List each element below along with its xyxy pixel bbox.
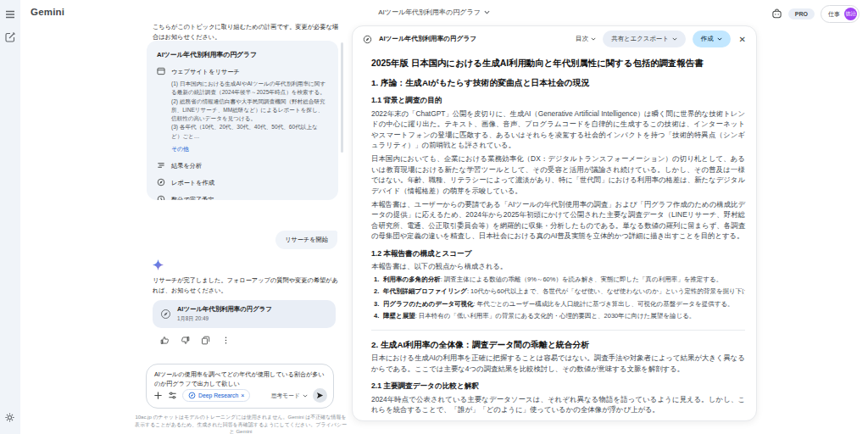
new-chat-icon[interactable]: [4, 31, 16, 43]
research-artifact-card[interactable]: AIツール年代別利用率の円グラフ 1月8日 20:49: [153, 300, 336, 328]
user-message-bubble: リサーチを開始: [275, 231, 337, 249]
report-paragraph: 日本国内においても、企業における業務効率化（DX：デジタルトランスフォーメーショ…: [371, 153, 745, 196]
chevron-down-icon: [484, 10, 490, 14]
chat-scrollbar[interactable]: [341, 42, 343, 153]
deep-research-icon: [363, 35, 372, 44]
copy-icon[interactable]: [201, 336, 210, 345]
research-plan-card: AIツール年代別利用率の円グラフ ウェブサイトをリサーチ (1) 日本国内におけ…: [147, 41, 338, 200]
prompt-input[interactable]: AIツールの使用率を調べてどの年代が使用している割合が多いのか円グラフで出力して…: [154, 370, 326, 388]
report-subsection-heading: 2.1 主要調査データの比較と解釈: [371, 381, 745, 391]
send-icon: [316, 392, 324, 399]
artifact-timestamp: 1月8日 20:49: [177, 315, 272, 323]
plan-step-details: (1) 日本国内における生成AIやAIツールの年代別利用率に関する最新の統計調査…: [171, 80, 328, 141]
chevron-down-icon: [672, 37, 677, 41]
plan-title: AIツール年代別利用率の円グラフ: [157, 50, 328, 59]
report-subsection-heading: 1.1 背景と調査の目的: [371, 96, 745, 105]
report-paragraph: 2022年末の「ChatGPT」公開を皮切りに、生成AI（Generative …: [371, 108, 745, 151]
artifact-title: AIツール年代別利用率の円グラフ: [177, 305, 272, 314]
thumbs-up-icon[interactable]: [160, 336, 170, 345]
deep-research-icon: [157, 178, 165, 186]
report-paragraph: 本報告書は、ユーザーからの要請である「AIツールの年代別使用率の調査」および「円…: [371, 199, 745, 242]
report-paragraph: 2024年時点で公表されている主要なデータソースは、それぞれ異なる物語を語ってい…: [371, 394, 745, 415]
plan-step-label: ウェブサイトをリサーチ: [171, 67, 240, 76]
disclaimer-text: 10ac.jp のチャットはモデルのトレーニングには使用されません。Gemini…: [134, 414, 348, 434]
report-title: 2025年版 日本国内における生成AI利用動向と年代別属性に関する包括的調査報告…: [371, 58, 745, 69]
assistant-completion-message: リサーチが完了しました。フォローアップの質問や変更の希望があれば、お知らせくださ…: [153, 275, 339, 295]
gemini-sparkle-icon: [153, 259, 164, 270]
browser-icon: [157, 67, 165, 75]
account-label: 仕事: [828, 10, 840, 19]
tune-icon[interactable]: [168, 391, 177, 400]
deep-research-icon: [160, 309, 171, 320]
report-section-heading: 2. 生成AI利用率の全体像：調査データ間の乖離と統合分析: [371, 340, 745, 350]
toc-button[interactable]: 目次: [576, 35, 596, 43]
deep-research-icon: [188, 392, 196, 399]
send-button[interactable]: [313, 388, 327, 403]
left-rail: [0, 0, 20, 434]
plan-step-label: 結果を分析: [171, 161, 202, 170]
settings-icon[interactable]: [4, 412, 16, 424]
list-item: 利用率の多角的分析: 調査主体による数値の乖離（9%～60%）を読み解き、実態に…: [371, 275, 745, 285]
divider: [371, 330, 745, 331]
report-paragraph: 本報告書は、以下の観点から構成される。: [371, 261, 745, 272]
chevron-down-icon: [303, 394, 308, 398]
assistant-plan-intro: こちらがこのトピックに取り組むための計画です。変更が必要な場合はお知らせください…: [153, 22, 339, 42]
plan-step-label: レポートを作成: [171, 178, 214, 187]
pro-badge[interactable]: PRO: [788, 8, 815, 19]
add-icon[interactable]: [153, 391, 163, 400]
thinking-mode-button[interactable]: 思考モード: [271, 392, 308, 400]
report-paragraph: 日本における生成AIの利用率を正確に把握することは容易ではない。調査手法や対象者…: [371, 353, 745, 374]
canvas-panel: AIツール年代別利用率の円グラフ 目次 共有とエクスポート 作成 ✕ 2025年…: [352, 25, 757, 421]
survey-comparison-table: 調査機関 調査時期 対象範囲 全体利用率 年代別トレンドの特徴 データソース L…: [371, 420, 745, 422]
clock-icon: [157, 195, 165, 200]
deep-research-chip[interactable]: Deep Research ×: [182, 389, 250, 402]
list-item: 円グラフのためのデータ可視化: 年代ごとのユーザー構成比を人口統計に基づき算出し…: [371, 300, 745, 309]
conversation-title: AIツール年代別利用率の円グラフ: [378, 8, 481, 17]
chevron-down-icon: [591, 37, 596, 41]
create-button[interactable]: 作成: [693, 31, 731, 47]
canvas-doc-title: AIツール年代別利用率の円グラフ: [379, 35, 476, 43]
prompt-input-container[interactable]: AIツールの使用率を調べてどの年代が使用している割合が多いのか円グラフで出力して…: [146, 364, 334, 409]
report-document: 2025年版 日本国内における生成AI利用動向と年代別属性に関する包括的調査報告…: [353, 58, 756, 421]
chip-label: Deep Research: [198, 392, 238, 398]
avatar[interactable]: 徳治: [844, 8, 857, 20]
share-export-button[interactable]: 共有とエクスポート: [603, 31, 686, 47]
canvas-close-icon[interactable]: ✕: [739, 35, 746, 44]
analyze-icon: [157, 161, 165, 170]
report-subsection-heading: 1.2 本報告書の構成とスコープ: [371, 249, 745, 259]
chip-remove-icon[interactable]: ×: [241, 392, 244, 398]
plan-more-link[interactable]: その他: [171, 145, 328, 153]
more-vert-icon[interactable]: [221, 336, 231, 345]
thinking-mode-label: 思考モード: [271, 392, 300, 400]
account-chip[interactable]: 仕事 徳治: [821, 5, 860, 23]
list-item: 年代別詳細プロファイリング: 10代から60代以上まで、各世代が「なぜ使い、なぜ…: [371, 287, 745, 297]
plan-eta-label: 数分で完了予定: [171, 195, 214, 200]
list-item: 障壁と展望: 日本特有の「低い利用率」の背景にある文化的・心理的要因と、2030…: [371, 312, 745, 321]
report-scope-list: 利用率の多角的分析: 調査主体による数値の乖離（9%～60%）を読み解き、実態に…: [371, 275, 745, 321]
table-header-row: 調査機関 調査時期 対象範囲 全体利用率 年代別トレンドの特徴 データソース: [371, 420, 745, 422]
chevron-down-icon: [717, 37, 722, 41]
premium-icon[interactable]: [771, 8, 782, 19]
report-section-heading: 1. 序論：生成AIがもたらす技術的変曲点と日本社会の現況: [371, 78, 745, 88]
thumbs-down-icon[interactable]: [181, 336, 190, 345]
conversation-title-dropdown[interactable]: AIツール年代別利用率の円グラフ: [0, 8, 868, 17]
